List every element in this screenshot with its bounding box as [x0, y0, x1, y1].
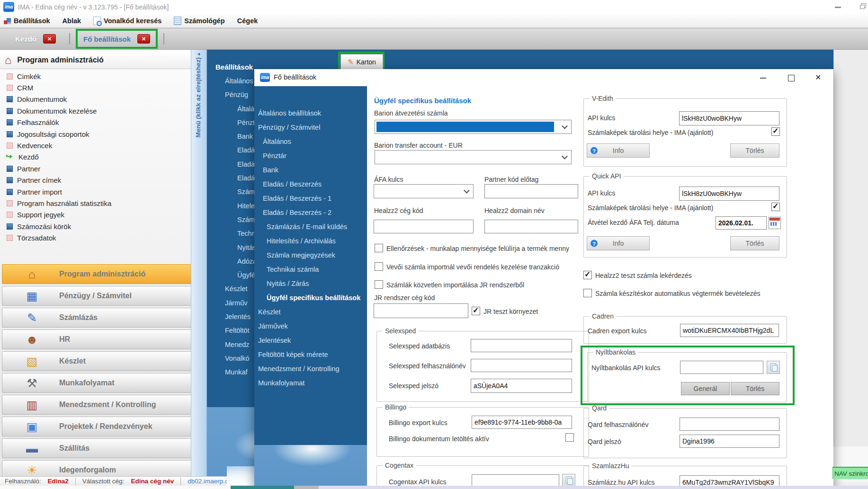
dialog-nav-item[interactable]: Pénzügy / Számvitel — [254, 120, 367, 134]
dialog-nav-item[interactable]: Ügyfél specifikus beállítások — [254, 291, 367, 305]
selexsped-db-input[interactable] — [471, 339, 572, 352]
dialog-nav-item[interactable]: Bank — [254, 163, 367, 177]
billingo-export-input[interactable]: ef9e891c-9774-11eb-9bb8-0a — [472, 416, 572, 429]
dialog-nav-item[interactable]: Számla megjegyzések — [254, 248, 367, 262]
tab-close-button[interactable] — [43, 34, 56, 44]
tree-item[interactable]: Support jegyek — [0, 209, 198, 221]
tree-item[interactable]: Partner címek — [0, 175, 198, 186]
karton-button[interactable]: Karton — [340, 54, 383, 70]
healzz-domain-input[interactable] — [484, 220, 578, 233]
szamlak-checkbox[interactable] — [375, 280, 383, 289]
nyiltbankolas-generate-button[interactable]: Generál — [681, 382, 730, 395]
healzz-company-input[interactable] — [374, 220, 474, 233]
dialog-nav-item[interactable]: Járművek — [254, 319, 367, 333]
dialog-nav-item[interactable]: Jelentések — [254, 333, 367, 347]
dialog-minimize-button[interactable] — [760, 78, 766, 79]
jr-test-checkbox[interactable] — [472, 307, 480, 315]
tree-item[interactable]: Törzsadatok — [0, 232, 198, 243]
quickapi-store-checkbox[interactable] — [771, 203, 780, 211]
menu-item[interactable]: Számológép — [174, 17, 224, 25]
partner-prefix-input[interactable] — [484, 184, 578, 198]
tree-item[interactable]: Dokumentumok — [0, 94, 198, 105]
dialog-close-button[interactable] — [815, 73, 821, 82]
document-tab[interactable]: Fő beállítások — [76, 29, 158, 49]
cadren-input[interactable]: wotiDKuERCMX40IbBTHjg2dL — [680, 324, 779, 337]
quickapi-date-input[interactable]: 2026.02.01. — [716, 216, 767, 230]
ellenorzesek-checkbox[interactable] — [375, 244, 383, 252]
module-button[interactable]: Munkafolyamat — [2, 373, 196, 393]
qard-user-input[interactable] — [680, 418, 779, 431]
quickapi-delete-button[interactable]: Törlés — [730, 236, 779, 250]
jr-code-input[interactable] — [374, 303, 468, 318]
collapse-arrow-icon[interactable] — [197, 52, 201, 56]
tree-item[interactable]: CRM — [0, 82, 198, 93]
dialog-maximize-button[interactable] — [788, 75, 795, 81]
healzz-test-checkbox[interactable] — [583, 271, 592, 279]
tree-item[interactable]: Program használati statisztika — [0, 197, 198, 209]
billingo-doc-checkbox[interactable] — [565, 433, 574, 442]
menu-collapse-strip[interactable]: Menü (klikk az elrejtéshez) — [191, 50, 207, 486]
sidebar-tree-header[interactable]: Program adminisztráció — [0, 52, 198, 69]
vedith-api-input[interactable]: lSkH8zU0woBKHyw — [679, 111, 779, 125]
dialog-nav-item[interactable]: Eladás / Beszerzés - 1 — [254, 191, 367, 205]
tree-item[interactable]: Kedvencek — [0, 140, 198, 151]
module-button[interactable]: Projektek / Rendezvények — [2, 417, 196, 436]
window-minimize-button[interactable] — [835, 7, 841, 8]
copy-icon[interactable] — [562, 474, 575, 487]
vedith-delete-button[interactable]: Törlés — [730, 143, 779, 158]
tree-item[interactable]: Számozási körök — [0, 221, 198, 232]
window-restore-button[interactable] — [860, 3, 866, 9]
dialog-nav-item[interactable]: Menedzsment / Kontrolling — [254, 362, 367, 376]
tree-item[interactable]: Felhasználók — [0, 117, 198, 128]
module-button[interactable]: Készlet — [2, 351, 196, 371]
tab-label[interactable]: Fő beállítások — [83, 35, 131, 43]
tree-item[interactable]: Partner import — [0, 186, 198, 197]
module-button[interactable]: Program adminisztráció — [2, 264, 196, 284]
tab-close-button[interactable] — [137, 34, 150, 44]
dialog-nav-item[interactable]: Eladás / Beszerzés - 2 — [254, 205, 367, 220]
module-button[interactable]: Számlázás — [2, 308, 196, 328]
dialog-nav-item[interactable]: Nyitás / Zárás — [254, 276, 367, 291]
calendar-icon[interactable] — [769, 217, 781, 229]
tree-item[interactable]: Jogosultsági csoportok — [0, 128, 198, 140]
tree-item[interactable]: Dokumentumok kezelése — [0, 105, 198, 116]
module-button[interactable]: Menedzsment / Kontrolling — [2, 395, 196, 415]
nyiltbankolas-api-input[interactable] — [680, 361, 763, 374]
vedith-info-button[interactable]: Info — [587, 143, 650, 158]
selexsped-user-input[interactable] — [471, 359, 572, 372]
dialog-nav-item[interactable]: Készlet — [254, 305, 367, 319]
dialog-nav-item[interactable]: Feltöltött képek mérete — [254, 347, 367, 362]
auto-goods-checkbox[interactable] — [583, 289, 592, 297]
module-button[interactable]: HR — [2, 329, 196, 349]
menu-item[interactable]: Beállítások — [4, 17, 50, 25]
quickapi-api-input[interactable]: lSkH8zU0woBKHyw — [679, 187, 779, 201]
document-tab[interactable]: Kezdő — [8, 29, 63, 49]
dialog-nav-item[interactable]: Pénztár — [254, 149, 367, 163]
module-button[interactable]: Szállítás — [2, 438, 196, 458]
tree-item[interactable]: Partner — [0, 163, 198, 174]
tree-item[interactable]: Cimkék — [0, 71, 198, 82]
qard-pass-input[interactable]: Dgina1996 — [680, 435, 779, 448]
nyiltbankolas-delete-button[interactable]: Törlés — [731, 382, 779, 395]
menu-item[interactable]: Vonalkód keresés — [93, 17, 161, 25]
tree-item[interactable]: Kezdő — [0, 151, 198, 163]
menu-item[interactable]: Cégek — [237, 17, 258, 25]
tab-label[interactable]: Kezdő — [15, 35, 36, 43]
afa-combobox[interactable] — [374, 184, 474, 198]
dialog-nav-item[interactable]: Általános beállítások — [254, 106, 367, 120]
barion-combobox[interactable] — [375, 120, 572, 134]
dialog-nav-item[interactable]: Technikai számla — [254, 262, 367, 276]
dialog-nav-item[interactable]: Hitelesítés / Archiválás — [254, 234, 367, 248]
vevoi-checkbox[interactable] — [375, 262, 383, 271]
copy-icon[interactable] — [767, 361, 780, 374]
barion-eur-combobox[interactable] — [375, 150, 572, 164]
quickapi-info-button[interactable]: Info — [587, 236, 650, 250]
selexsped-pass-input[interactable]: aSÜjeA0A4 — [471, 379, 572, 393]
vedith-store-checkbox[interactable] — [771, 127, 780, 136]
dialog-nav-item[interactable]: Számlázás / E-mail küldés — [254, 220, 367, 234]
dialog-nav-item[interactable]: Munkafolyamat — [254, 376, 367, 390]
dialog-nav-item[interactable]: Eladás / Beszerzés — [254, 177, 367, 191]
dialog-nav-item[interactable]: Általános — [254, 134, 367, 149]
module-button[interactable]: Pénzügy / Számvitel — [2, 286, 196, 306]
menu-item[interactable]: Ablak — [63, 17, 81, 25]
